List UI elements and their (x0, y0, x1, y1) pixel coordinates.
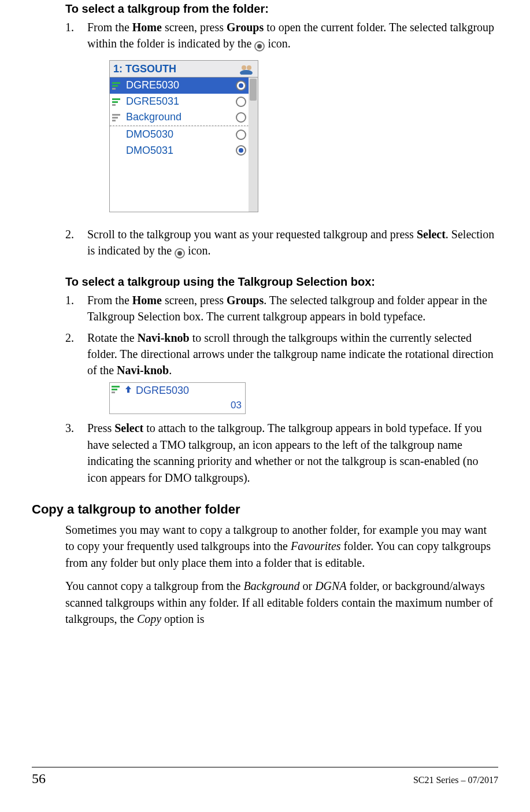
text-run: to attach to the talkgroup. The talkgrou… (87, 422, 482, 483)
radio-icon (236, 145, 246, 156)
text-bold: Navi-knob (117, 364, 169, 377)
svg-point-1 (247, 65, 251, 70)
step-number: 2. (65, 226, 83, 242)
text-bold: Groups (227, 21, 264, 34)
talkgroup-row: DMO5030 (110, 127, 249, 143)
footer-meta: SC21 Series – 07/2017 (413, 775, 498, 787)
svg-rect-4 (112, 85, 118, 87)
paragraph: You cannot copy a talkgroup from the Bac… (65, 578, 498, 627)
heading-select-folder: To select a talkgroup from the folder: (65, 2, 498, 16)
radio-icon (236, 130, 246, 140)
text-bold: Groups (227, 294, 264, 307)
text-bold: Home (132, 294, 162, 307)
svg-rect-7 (112, 101, 118, 103)
text-run: Rotate the (87, 331, 138, 344)
radio-icon (236, 112, 246, 123)
scan-priority-icon (112, 383, 122, 398)
step-number: 1. (65, 19, 83, 35)
step-item: 2. Rotate the Navi-knob to scroll throug… (65, 330, 498, 415)
text-run: icon. (185, 244, 210, 257)
document-page: To select a talkgroup from the folder: 1… (0, 2, 530, 812)
scan-priority-icon (112, 113, 124, 122)
svg-point-0 (242, 65, 246, 70)
step-number: 2. (65, 330, 83, 346)
svg-rect-9 (112, 114, 120, 116)
text-italic: DGNA (315, 580, 346, 592)
selection-box-index: 03 (110, 398, 245, 414)
step-item: 1. From the Home screen, press Groups. T… (65, 292, 498, 325)
step-text: Press Select to attach to the talkgroup.… (87, 422, 482, 483)
list-blank-area (110, 158, 249, 212)
page-number: 56 (32, 771, 46, 787)
selected-icon (254, 41, 265, 51)
text-run: You cannot copy a talkgroup from the (65, 580, 243, 592)
scan-priority-icon (112, 97, 124, 106)
step-number: 3. (65, 420, 83, 436)
svg-rect-11 (112, 120, 116, 121)
text-run: From the (87, 21, 132, 34)
step-text: From the Home screen, press Groups to op… (87, 21, 494, 50)
scrollbar (249, 77, 258, 212)
selection-box-row: DGRE5030 (110, 383, 245, 399)
talkgroup-label: DGRE5030 (126, 78, 234, 93)
talkgroup-row: DMO5031 (110, 143, 249, 159)
text-run: screen, press (162, 21, 227, 34)
step-text: Scroll to the talkgroup you want as your… (87, 228, 494, 257)
talkgroup-label: DMO5030 (126, 127, 234, 142)
page-footer: 56 SC21 Series – 07/2017 (32, 767, 498, 787)
scan-priority-icon (112, 81, 124, 90)
svg-rect-13 (112, 389, 117, 390)
text-bold: Navi-knob (138, 331, 190, 344)
talkgroup-label: DMO5031 (126, 143, 234, 158)
heading-copy-talkgroup: Copy a talkgroup to another folder (32, 502, 498, 517)
talkgroup-row: DGRE5030 (110, 77, 249, 94)
figure-body: DGRE5030 (110, 77, 258, 212)
radio-icon (236, 80, 246, 91)
svg-point-2 (240, 70, 253, 75)
talkgroup-list: DGRE5030 (110, 77, 249, 212)
text-run: Scroll to the talkgroup you want as your… (87, 228, 417, 241)
text-run: option is (161, 612, 204, 625)
svg-rect-14 (112, 392, 115, 393)
talkgroup-row: DGRE5031 (110, 94, 249, 110)
text-italic: Background (243, 580, 299, 592)
text-bold: Select (417, 228, 446, 241)
selection-box-figure: DGRE5030 03 (109, 382, 246, 415)
selection-box-name: DGRE5030 (136, 383, 189, 398)
step-number: 1. (65, 292, 83, 308)
people-icon (239, 64, 254, 75)
step-text: Rotate the Navi-knob to scroll through t… (87, 331, 494, 377)
radio-icon (236, 97, 246, 107)
figure-titlebar: 1: TGSOUTH (110, 61, 258, 78)
svg-rect-12 (112, 386, 120, 387)
svg-rect-10 (112, 117, 118, 119)
steps-select-using-box: 1. From the Home screen, press Groups. T… (65, 292, 498, 486)
text-italic: Copy (137, 612, 161, 625)
step-item: 2. Scroll to the talkgroup you want as y… (65, 226, 498, 259)
text-italic: Favourites (291, 540, 341, 552)
svg-rect-3 (112, 82, 120, 84)
talkgroup-label: Background (126, 110, 234, 125)
page-content: To select a talkgroup from the folder: 1… (32, 2, 498, 627)
svg-rect-6 (112, 98, 120, 100)
svg-marker-15 (125, 386, 131, 393)
steps-select-from-folder: 1. From the Home screen, press Groups to… (65, 19, 498, 259)
paragraph: Sometimes you may want to copy a talkgro… (65, 522, 498, 571)
step-item: 3. Press Select to attach to the talkgro… (65, 420, 498, 486)
text-run: screen, press (162, 294, 227, 307)
figure-title-text: 1: TGSOUTH (113, 62, 176, 77)
step-text: From the Home screen, press Groups. The … (87, 294, 487, 323)
nav-arrow-icon (124, 383, 134, 398)
text-run: . (169, 364, 172, 377)
svg-rect-8 (112, 104, 116, 106)
text-run: icon. (265, 37, 290, 50)
svg-rect-5 (112, 88, 116, 90)
text-bold: Home (132, 21, 162, 34)
step-item: 1. From the Home screen, press Groups to… (65, 19, 498, 212)
text-run: From the (87, 294, 132, 307)
text-bold: Select (114, 422, 143, 434)
selected-icon (175, 248, 185, 259)
text-run: or (299, 580, 315, 592)
talkgroup-label: DGRE5031 (126, 94, 234, 109)
talkgroup-folder-figure: 1: TGSOUTH (109, 60, 258, 212)
